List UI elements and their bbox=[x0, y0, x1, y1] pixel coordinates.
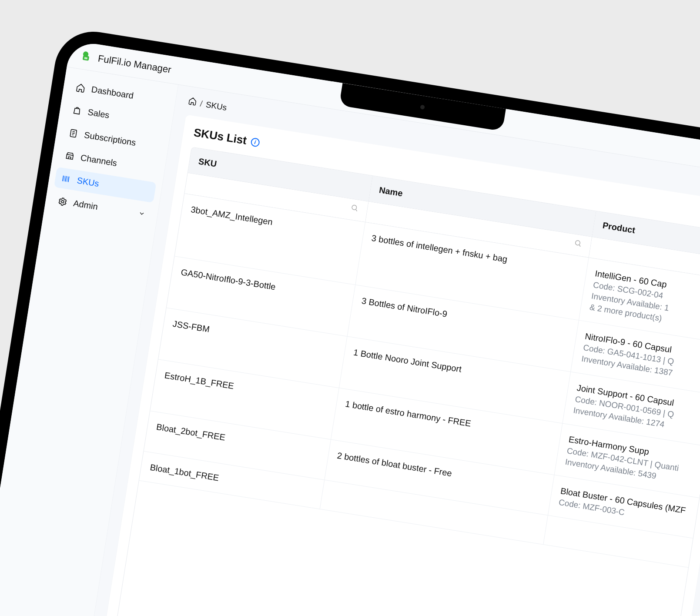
svg-rect-8 bbox=[68, 176, 70, 182]
svg-rect-4 bbox=[62, 175, 64, 181]
info-icon[interactable]: i bbox=[250, 137, 260, 147]
app-title: FulFil.io Manager bbox=[97, 53, 172, 75]
chevron-down-icon bbox=[137, 208, 146, 219]
sidebar-item-label: SKUs bbox=[76, 175, 100, 189]
svg-rect-7 bbox=[67, 176, 68, 182]
app-logo-icon bbox=[80, 50, 94, 64]
app-screen: FulFil.io Manager Dashboard bbox=[0, 40, 700, 616]
svg-point-10 bbox=[352, 205, 357, 210]
search-icon bbox=[350, 203, 359, 212]
search-icon bbox=[573, 239, 583, 248]
skus-table: SKU Name Product bbox=[139, 147, 700, 568]
barcode-icon bbox=[61, 173, 72, 184]
sidebar-item-label: Channels bbox=[80, 153, 117, 168]
sidebar-item-label: Subscriptions bbox=[84, 130, 137, 148]
gear-icon bbox=[57, 196, 68, 207]
svg-point-9 bbox=[61, 200, 64, 203]
svg-point-11 bbox=[575, 240, 580, 245]
sidebar-item-label: Sales bbox=[87, 107, 110, 121]
device-frame: FulFil.io Manager Dashboard bbox=[0, 26, 700, 616]
breadcrumb-home-icon[interactable] bbox=[188, 96, 198, 108]
sidebar-item-label: Dashboard bbox=[90, 84, 134, 101]
breadcrumb-current: SKUs bbox=[205, 100, 228, 112]
page-title-text: SKUs List bbox=[193, 126, 248, 147]
sidebar-item-label: Admin bbox=[73, 198, 99, 212]
home-icon bbox=[75, 82, 86, 93]
svg-rect-6 bbox=[65, 176, 67, 181]
skus-card: SKUs List i SKU Name Product bbox=[84, 115, 700, 616]
breadcrumb-separator: / bbox=[199, 99, 203, 109]
skus-table-wrap: SKU Name Product bbox=[96, 147, 700, 616]
bag-icon bbox=[72, 105, 83, 116]
svg-rect-5 bbox=[64, 176, 65, 181]
receipt-icon bbox=[68, 127, 79, 138]
store-icon bbox=[64, 151, 75, 161]
